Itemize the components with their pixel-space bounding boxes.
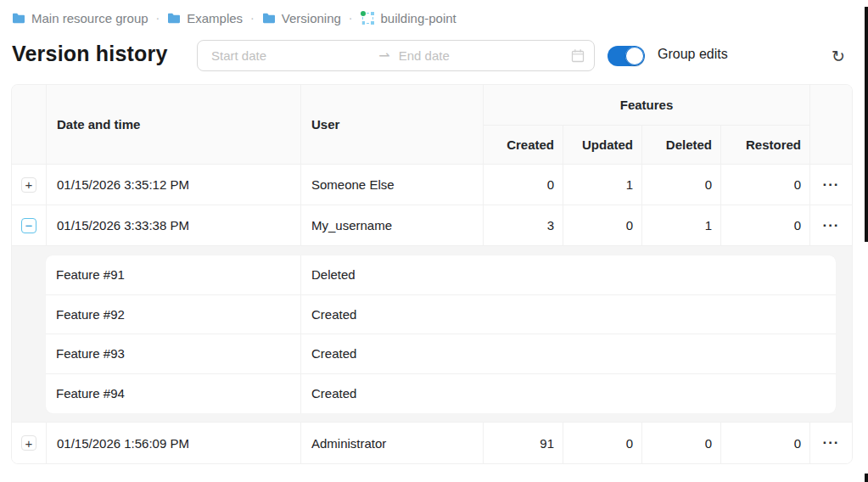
- feature-name-cell: Feature #91: [46, 255, 300, 294]
- refresh-icon: ↻: [832, 47, 845, 66]
- restored-count-cell: 0: [720, 423, 809, 463]
- expanded-row-details: Feature #91 Deleted Feature #92 Created …: [12, 246, 852, 423]
- feature-action-cell: Created: [300, 334, 836, 373]
- user-cell: Someone Else: [300, 165, 483, 205]
- restored-count-cell: 0: [720, 165, 809, 205]
- table-header: Date and time User Features Created Upda…: [12, 85, 852, 165]
- expand-row-button[interactable]: +: [21, 177, 36, 193]
- updated-count-cell: 0: [563, 423, 641, 463]
- column-header-deleted: Deleted: [641, 126, 720, 164]
- created-count-cell: 91: [483, 423, 563, 463]
- actions-column-header: [809, 85, 852, 164]
- column-group-header-features: Features: [483, 85, 809, 126]
- datetime-cell: 01/15/2026 1:56:09 PM: [46, 423, 300, 463]
- breadcrumb-separator: ·: [250, 11, 255, 25]
- deleted-count-cell: 0: [641, 165, 720, 205]
- column-header-restored: Restored: [720, 126, 809, 164]
- table-row: + 01/15/2026 3:35:12 PM Someone Else 0 1…: [12, 165, 852, 205]
- calendar-icon[interactable]: [571, 48, 585, 63]
- folder-icon: [167, 13, 181, 24]
- table-row: − 01/15/2026 3:33:38 PM My_username 3 0 …: [12, 205, 852, 246]
- breadcrumb-label: Examples: [187, 11, 243, 25]
- datetime-cell: 01/15/2026 3:33:38 PM: [46, 205, 300, 245]
- expand-cell: +: [12, 165, 46, 205]
- user-cell: My_username: [300, 205, 483, 245]
- point-layer-icon: [362, 13, 373, 24]
- feature-name-cell: Feature #94: [46, 374, 300, 414]
- page-title: Version history: [12, 42, 168, 66]
- breadcrumb-label: Versioning: [282, 11, 341, 25]
- breadcrumb-item-examples[interactable]: Examples: [167, 11, 243, 25]
- folder-icon: [262, 13, 276, 24]
- range-arrow-icon: ⇀: [377, 48, 398, 64]
- deleted-count-cell: 0: [641, 423, 720, 463]
- created-count-cell: 0: [483, 165, 563, 205]
- column-header-user: User: [300, 85, 483, 164]
- breadcrumb-item-versioning[interactable]: Versioning: [262, 11, 341, 25]
- end-date-input[interactable]: [399, 48, 564, 63]
- expand-row-button[interactable]: +: [21, 435, 36, 451]
- restored-count-cell: 0: [720, 205, 809, 245]
- breadcrumb-item-main-resource-group[interactable]: Main resource group: [12, 11, 148, 25]
- actions-cell: ···: [809, 423, 852, 463]
- group-edits-toggle[interactable]: [608, 46, 645, 66]
- start-date-input[interactable]: [211, 48, 377, 63]
- more-actions-button[interactable]: ···: [820, 179, 843, 191]
- scrollbar-corner: [865, 474, 868, 482]
- deleted-count-cell: 1: [641, 205, 720, 245]
- more-actions-button[interactable]: ···: [820, 220, 843, 232]
- toggle-knob: [625, 47, 644, 65]
- version-history-table: Date and time User Features Created Upda…: [11, 84, 853, 464]
- feature-detail-row: Feature #93 Created: [46, 334, 836, 374]
- feature-action-cell: Created: [300, 374, 836, 414]
- table-row: + 01/15/2026 1:56:09 PM Administrator 91…: [12, 423, 852, 463]
- user-cell: Administrator: [300, 423, 483, 463]
- column-header-created: Created: [483, 126, 563, 164]
- actions-cell: ···: [809, 205, 852, 245]
- feature-details-table: Feature #91 Deleted Feature #92 Created …: [46, 255, 836, 413]
- expand-column-header: [12, 85, 46, 164]
- updated-count-cell: 0: [563, 205, 641, 245]
- actions-cell: ···: [809, 165, 852, 205]
- collapse-row-button[interactable]: −: [21, 218, 36, 233]
- feature-detail-row: Feature #92 Created: [46, 295, 836, 335]
- refresh-button[interactable]: ↻: [826, 44, 850, 68]
- folder-icon: [12, 13, 25, 24]
- feature-name-cell: Feature #93: [46, 334, 300, 373]
- column-header-updated: Updated: [563, 126, 641, 164]
- group-edits-label: Group edits: [658, 47, 728, 62]
- version-history-page: Main resource group · Examples · Version…: [0, 0, 868, 482]
- created-count-cell: 3: [483, 205, 563, 245]
- breadcrumb-item-building-point[interactable]: building-point: [361, 11, 456, 25]
- breadcrumb-separator: ·: [349, 11, 353, 25]
- column-header-date-and-time: Date and time: [46, 85, 300, 164]
- feature-detail-row: Feature #91 Deleted: [46, 255, 836, 295]
- breadcrumb-separator: ·: [156, 11, 160, 25]
- updated-count-cell: 1: [563, 165, 641, 205]
- feature-detail-row: Feature #94 Created: [46, 374, 836, 414]
- breadcrumb-label: building-point: [381, 11, 456, 25]
- more-actions-button[interactable]: ···: [820, 437, 843, 449]
- datetime-cell: 01/15/2026 3:35:12 PM: [46, 165, 300, 205]
- expand-cell: +: [12, 423, 46, 463]
- feature-name-cell: Feature #92: [46, 295, 300, 334]
- breadcrumb: Main resource group · Examples · Version…: [12, 9, 456, 26]
- breadcrumb-label: Main resource group: [31, 11, 148, 25]
- expand-cell: −: [12, 205, 46, 245]
- date-range-picker[interactable]: ⇀: [197, 40, 595, 71]
- feature-action-cell: Created: [300, 295, 836, 334]
- vertical-scrollbar-thumb[interactable]: [865, 7, 868, 242]
- feature-action-cell: Deleted: [300, 255, 836, 294]
